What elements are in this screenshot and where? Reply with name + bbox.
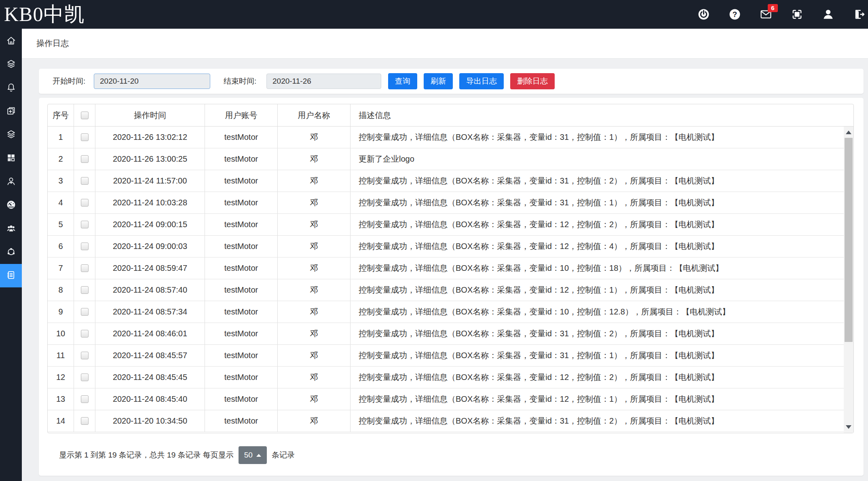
scroll-up-arrow-icon[interactable] (846, 131, 851, 134)
column-header-0: 序号 (48, 104, 74, 126)
user-name-cell: 邓 (278, 301, 351, 323)
column-header-4: 用户名称 (278, 104, 351, 126)
sidebar-item-0[interactable] (0, 30, 22, 53)
delete-log-button[interactable]: 删除日志 (510, 73, 555, 89)
description-cell: 控制变量成功，详细信息（BOX名称：采集器，变量id：31，控制值：2），所属项… (351, 323, 845, 344)
row-checkbox[interactable] (81, 221, 89, 228)
row-index-cell: 9 (48, 301, 74, 323)
row-checkbox-cell (74, 236, 95, 257)
row-checkbox[interactable] (81, 264, 89, 272)
operation-time-cell: 2020-11-20 10:34:50 (95, 410, 205, 432)
row-checkbox[interactable] (81, 199, 89, 207)
row-index-cell: 3 (48, 170, 74, 192)
description-cell: 控制变量成功，详细信息（BOX名称：采集器，变量id：31，控制值：2），所属项… (351, 170, 845, 192)
sidebar-item-9[interactable] (0, 240, 22, 264)
row-index-cell: 14 (48, 410, 74, 432)
query-button[interactable]: 查询 (388, 73, 417, 89)
row-checkbox-cell (74, 214, 95, 235)
row-checkbox[interactable] (81, 352, 89, 359)
scrollbar-thumb[interactable] (845, 138, 853, 342)
column-header-2: 操作时间 (95, 104, 205, 126)
export-log-button[interactable]: 导出日志 (459, 73, 504, 89)
row-checkbox[interactable] (81, 417, 89, 425)
table-row: 52020-11-24 09:00:15testMotor邓控制变量成功，详细信… (48, 214, 845, 236)
row-checkbox[interactable] (81, 330, 89, 338)
start-date-input[interactable] (94, 74, 210, 89)
scroll-down-arrow-icon[interactable] (846, 425, 851, 429)
user-account-cell: testMotor (205, 192, 278, 213)
header-checkbox-cell (74, 104, 95, 126)
row-checkbox[interactable] (81, 133, 89, 141)
sidebar-item-8[interactable] (0, 217, 22, 240)
row-index-cell: 6 (48, 236, 74, 257)
row-index-cell: 10 (48, 323, 74, 344)
user-name-cell: 邓 (278, 257, 351, 279)
end-date-input[interactable] (266, 74, 381, 89)
user-name-cell: 邓 (278, 345, 351, 366)
description-cell: 控制变量成功，详细信息（BOX名称：采集器，变量id：31，控制值：1），所属项… (351, 192, 845, 213)
table-row: 102020-11-24 08:46:01testMotor邓控制变量成功，详细… (48, 323, 845, 345)
row-checkbox[interactable] (81, 155, 89, 163)
user-icon[interactable] (822, 8, 834, 21)
operation-time-cell: 2020-11-24 09:00:03 (95, 236, 205, 257)
description-cell: 控制变量成功，详细信息（BOX名称：采集器，变量id：31，控制值：1），所属项… (351, 127, 845, 148)
exit-icon[interactable] (853, 8, 866, 21)
user-account-cell: testMotor (205, 279, 278, 301)
mail-icon[interactable]: 6 (760, 8, 772, 21)
row-index-cell: 8 (48, 279, 74, 301)
user-account-cell: testMotor (205, 214, 278, 235)
user-name-cell: 邓 (278, 236, 351, 257)
log-table-card: 序号操作时间用户账号用户名称描述信息 12020-11-26 13:02:12t… (39, 98, 864, 476)
row-checkbox-cell (74, 279, 95, 301)
description-cell: 控制变量成功，详细信息（BOX名称：采集器，变量id：12，控制值：1），所属项… (351, 279, 845, 301)
row-checkbox[interactable] (81, 395, 89, 403)
refresh-button[interactable]: 刷新 (424, 73, 453, 89)
row-checkbox[interactable] (81, 243, 89, 250)
user-account-cell: testMotor (205, 301, 278, 323)
sidebar-item-10-active[interactable] (0, 264, 22, 287)
home-icon (6, 36, 16, 47)
operation-time-cell: 2020-11-24 08:59:47 (95, 257, 205, 279)
sidebar-item-4[interactable] (0, 123, 22, 147)
operation-time-cell: 2020-11-24 08:57:40 (95, 279, 205, 301)
table-scrollbar[interactable] (844, 127, 853, 433)
user-name-cell: 邓 (278, 367, 351, 388)
row-checkbox-cell (74, 170, 95, 192)
select-all-checkbox[interactable] (81, 112, 89, 119)
row-checkbox-cell (74, 301, 95, 323)
share-icon (6, 247, 16, 258)
table-row: 22020-11-26 13:00:25testMotor邓更新了企业logo (48, 148, 845, 170)
table-body: 12020-11-26 13:02:12testMotor邓控制变量成功，详细信… (48, 127, 853, 433)
row-checkbox-cell (74, 345, 95, 366)
table-row: 142020-11-20 10:34:50testMotor邓控制变量成功，详细… (48, 410, 845, 432)
row-checkbox[interactable] (81, 373, 89, 381)
table-row: 122020-11-24 08:45:45testMotor邓控制变量成功，详细… (48, 367, 845, 388)
sidebar-item-1[interactable] (0, 53, 22, 76)
grid-icon (6, 153, 16, 165)
row-checkbox[interactable] (81, 177, 89, 185)
row-checkbox[interactable] (81, 308, 89, 316)
sidebar-item-2[interactable] (0, 76, 22, 100)
user-name-cell: 邓 (278, 170, 351, 192)
row-index-cell: 13 (48, 388, 74, 410)
row-checkbox-cell (74, 388, 95, 410)
fullscreen-icon[interactable] (791, 8, 803, 21)
sidebar-item-3[interactable] (0, 100, 22, 123)
power-icon[interactable] (697, 8, 710, 21)
sidebar-item-5[interactable] (0, 147, 22, 170)
row-checkbox[interactable] (81, 286, 89, 294)
user-account-cell: testMotor (205, 236, 278, 257)
page-size-dropdown[interactable]: 50 (239, 446, 267, 464)
operation-time-cell: 2020-11-24 10:03:28 (95, 192, 205, 213)
page-size-value: 50 (244, 451, 253, 460)
user-icon (6, 176, 16, 188)
page-title: 操作日志 (36, 29, 69, 58)
layers-icon (6, 129, 16, 141)
help-icon[interactable]: ? (729, 8, 741, 21)
sidebar-item-6[interactable] (0, 170, 22, 194)
row-checkbox-cell (74, 127, 95, 148)
user-account-cell: testMotor (205, 323, 278, 344)
page-title-bar: 操作日志 (22, 29, 868, 59)
table-row: 32020-11-24 11:57:00testMotor邓控制变量成功，详细信… (48, 170, 845, 192)
sidebar-item-7[interactable] (0, 194, 22, 217)
